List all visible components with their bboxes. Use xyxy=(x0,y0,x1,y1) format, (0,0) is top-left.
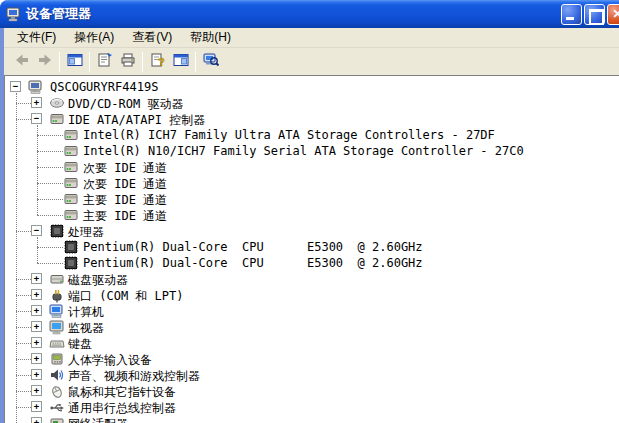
tree-item[interactable]: +通用串行总线控制器 xyxy=(5,399,612,415)
scan-hardware-button[interactable] xyxy=(199,51,222,73)
help-icon: ? xyxy=(150,52,166,71)
tree-connector xyxy=(16,407,31,408)
tree-item[interactable]: −处理器 xyxy=(5,223,612,239)
minimize-button[interactable] xyxy=(561,4,582,25)
window-controls xyxy=(561,4,619,25)
tree-connector xyxy=(16,295,31,296)
tree-connector xyxy=(37,263,63,264)
expand-toggle[interactable]: + xyxy=(31,337,42,348)
device-tree-rows: −QSCOGURYRF4419S+DVD/CD-ROM 驱动器−IDE ATA/… xyxy=(5,79,612,423)
tree-item-label: 网络适配器 xyxy=(68,416,128,423)
tree-item[interactable]: +声音、视频和游戏控制器 xyxy=(5,367,612,383)
expand-toggle[interactable]: + xyxy=(31,401,42,412)
tree-connector xyxy=(37,199,63,200)
tree-connector xyxy=(37,151,63,152)
device-manager-window: 设备管理器 文件(F)操作(A)查看(V)帮助(H) ? −QSCOGURYRF… xyxy=(0,0,619,423)
expand-toggle[interactable]: + xyxy=(31,417,42,423)
tree-item[interactable]: +端口 (COM 和 LPT) xyxy=(5,287,612,303)
expand-toggle[interactable]: + xyxy=(31,369,42,380)
tree-connector xyxy=(16,311,31,312)
tree-connector xyxy=(16,359,31,360)
tree-connector xyxy=(16,279,31,280)
maximize-button[interactable] xyxy=(584,4,605,25)
properties-button[interactable] xyxy=(93,51,116,73)
svg-text:?: ? xyxy=(158,56,165,68)
tree-connector xyxy=(37,215,63,216)
tree-item-label: Intel(R) ICH7 Family Ultra ATA Storage C… xyxy=(83,128,495,142)
tree-item[interactable]: +DVD/CD-ROM 驱动器 xyxy=(5,95,612,111)
toolbar: ? xyxy=(4,48,619,75)
close-button[interactable] xyxy=(607,4,619,25)
window-title: 设备管理器 xyxy=(26,5,91,23)
show-action-pane-button[interactable] xyxy=(169,51,192,73)
tree-connector xyxy=(16,119,31,120)
expand-toggle[interactable]: + xyxy=(31,273,42,284)
scan-computer-icon xyxy=(203,52,219,71)
mouse-icon xyxy=(49,383,65,399)
tree-connector xyxy=(16,327,31,328)
collapse-toggle[interactable]: − xyxy=(31,225,42,236)
expand-toggle[interactable]: + xyxy=(31,385,42,396)
forward-button xyxy=(33,51,56,73)
computer-icon xyxy=(28,79,44,95)
tree-item[interactable]: +磁盘驱动器 xyxy=(5,271,612,287)
tree-connector xyxy=(16,391,31,392)
tree-connector xyxy=(37,247,63,248)
expand-toggle[interactable]: + xyxy=(31,353,42,364)
tree-item[interactable]: 主要 IDE 通道 xyxy=(5,191,612,207)
network-icon xyxy=(49,415,65,423)
tree-item[interactable]: Intel(R) N10/ICH7 Family Serial ATA Stor… xyxy=(5,143,612,159)
show-console-tree-button[interactable] xyxy=(63,51,86,73)
toolbar-separator xyxy=(59,52,60,72)
menu-item-0[interactable]: 文件(F) xyxy=(8,27,65,48)
tree-item[interactable]: +人体学输入设备 xyxy=(5,351,612,367)
processor-icon xyxy=(63,255,79,271)
tree-item[interactable]: +键盘 xyxy=(5,335,612,351)
tree-item[interactable]: Intel(R) ICH7 Family Ultra ATA Storage C… xyxy=(5,127,612,143)
tree-item[interactable]: Pentium(R) Dual-Core CPU E5300 @ 2.60GHz xyxy=(5,239,612,255)
ide-controller-icon xyxy=(63,143,79,159)
expand-toggle[interactable]: + xyxy=(31,97,42,108)
menu-item-1[interactable]: 操作(A) xyxy=(65,27,123,48)
ide-controller-icon xyxy=(63,191,79,207)
computer-category-icon xyxy=(49,303,65,319)
ide-controller-icon xyxy=(63,175,79,191)
tree-connector xyxy=(37,135,63,136)
tree-item[interactable]: −IDE ATA/ATAPI 控制器 xyxy=(5,111,612,127)
expand-toggle[interactable]: + xyxy=(31,305,42,316)
tree-item-label: Pentium(R) Dual-Core CPU E5300 @ 2.60GHz xyxy=(83,256,423,270)
toolbar-separator xyxy=(142,52,143,72)
collapse-toggle[interactable]: − xyxy=(10,81,21,92)
tree-item[interactable]: +监视器 xyxy=(5,319,612,335)
ide-controller-icon xyxy=(49,111,65,127)
toolbar-separator xyxy=(89,52,90,72)
menu-bar: 文件(F)操作(A)查看(V)帮助(H) xyxy=(4,28,619,48)
tree-item-label: Pentium(R) Dual-Core CPU E5300 @ 2.60GHz xyxy=(83,240,423,254)
print-button[interactable] xyxy=(116,51,139,73)
console-tree-icon xyxy=(67,52,83,71)
disk-drive-icon xyxy=(49,271,65,287)
help-button[interactable]: ? xyxy=(146,51,169,73)
tree-item[interactable]: Pentium(R) Dual-Core CPU E5300 @ 2.60GHz xyxy=(5,255,612,271)
tree-item[interactable]: +计算机 xyxy=(5,303,612,319)
tree-item[interactable]: 次要 IDE 通道 xyxy=(5,175,612,191)
tree-item[interactable]: 次要 IDE 通道 xyxy=(5,159,612,175)
tree-item[interactable]: +鼠标和其它指针设备 xyxy=(5,383,612,399)
menu-item-3[interactable]: 帮助(H) xyxy=(181,27,240,48)
properties-icon xyxy=(97,52,113,71)
print-icon xyxy=(120,52,136,71)
expand-toggle[interactable]: + xyxy=(31,321,42,332)
tree-item[interactable]: −QSCOGURYRF4419S xyxy=(5,79,612,95)
tree-item[interactable]: +网络适配器 xyxy=(5,415,612,423)
tree-item-label: QSCOGURYRF4419S xyxy=(50,80,158,94)
ide-controller-icon xyxy=(63,127,79,143)
expand-toggle[interactable]: + xyxy=(31,289,42,300)
processor-icon xyxy=(63,239,79,255)
title-bar[interactable]: 设备管理器 xyxy=(0,0,619,28)
monitor-icon xyxy=(49,319,65,335)
tree-item[interactable]: 主要 IDE 通道 xyxy=(5,207,612,223)
collapse-toggle[interactable]: − xyxy=(31,113,42,124)
tree-connector xyxy=(16,103,31,104)
cd-drive-icon xyxy=(49,95,65,111)
menu-item-2[interactable]: 查看(V) xyxy=(123,27,181,48)
